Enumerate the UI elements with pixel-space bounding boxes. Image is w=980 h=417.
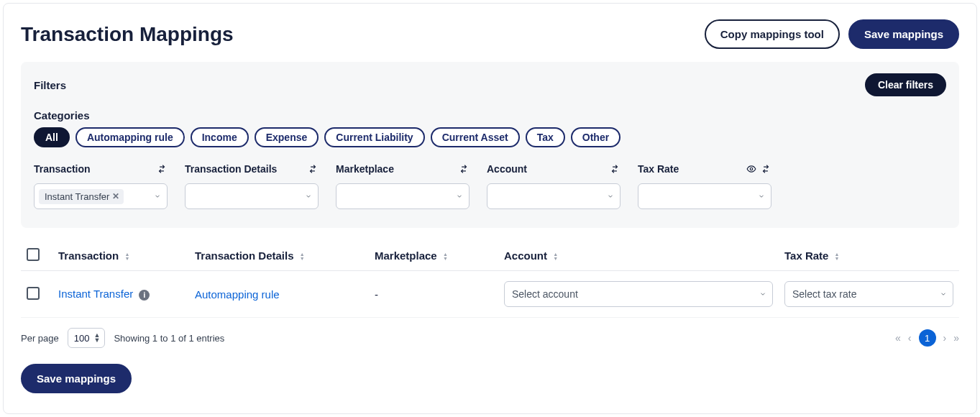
bottom-save-row: Save mappings bbox=[21, 364, 959, 393]
chevron-down-icon bbox=[607, 190, 614, 203]
transaction-details-multiselect[interactable] bbox=[185, 183, 319, 209]
stepper-icon: ▲▼ bbox=[93, 333, 100, 343]
account-multiselect[interactable] bbox=[487, 183, 620, 209]
footer-left: Per page 100 ▲▼ Showing 1 to 1 of 1 entr… bbox=[21, 328, 224, 348]
per-page-value: 100 bbox=[74, 333, 90, 344]
info-icon[interactable]: i bbox=[139, 290, 150, 301]
filter-head-transaction-details: Transaction Details bbox=[185, 160, 319, 178]
th-marketplace-label: Marketplace bbox=[375, 249, 437, 262]
sort-icon: ▲▼ bbox=[124, 252, 129, 261]
filters-panel-header: Filters Clear filters bbox=[34, 73, 946, 96]
chip-other[interactable]: Other bbox=[571, 127, 620, 147]
filter-label-marketplace: Marketplace bbox=[336, 163, 394, 175]
chip-all[interactable]: All bbox=[34, 127, 70, 147]
transaction-multiselect[interactable]: Instant Transfer ✕ bbox=[34, 183, 168, 209]
tax-rate-multiselect[interactable] bbox=[638, 183, 771, 209]
th-marketplace[interactable]: Marketplace ▲▼ bbox=[369, 241, 498, 271]
chip-automapping-rule[interactable]: Automapping rule bbox=[75, 127, 185, 147]
filter-label-account: Account bbox=[487, 163, 527, 175]
sort-icon: ▲▼ bbox=[553, 252, 558, 261]
chevron-down-icon bbox=[758, 190, 765, 203]
filter-head-transaction: Transaction bbox=[34, 160, 168, 178]
th-account[interactable]: Account ▲▼ bbox=[498, 241, 779, 271]
header-row: Transaction Mappings Copy mappings tool … bbox=[21, 19, 959, 49]
chip-current-liability[interactable]: Current Liability bbox=[324, 127, 424, 147]
filter-row: Transaction Instant Transfer ✕ Transacti… bbox=[34, 160, 946, 209]
row-account-select[interactable]: Select account bbox=[504, 281, 773, 307]
swap-icon[interactable] bbox=[307, 163, 319, 175]
filter-head-marketplace: Marketplace bbox=[336, 160, 470, 178]
copy-mappings-tool-button[interactable]: Copy mappings tool bbox=[705, 19, 840, 49]
swap-icon[interactable] bbox=[760, 163, 771, 175]
swap-icon[interactable] bbox=[458, 163, 470, 175]
filter-label-transaction: Transaction bbox=[34, 163, 91, 175]
row-tax-rate-select[interactable]: Select tax rate bbox=[784, 281, 953, 307]
pagination: « ‹ 1 › » bbox=[895, 329, 959, 347]
sort-icon: ▲▼ bbox=[835, 252, 840, 261]
chip-expense[interactable]: Expense bbox=[255, 127, 319, 147]
transaction-filter-tag: Instant Transfer ✕ bbox=[39, 189, 124, 204]
eye-icon[interactable] bbox=[746, 163, 757, 175]
select-all-checkbox[interactable] bbox=[27, 248, 40, 261]
chip-tax[interactable]: Tax bbox=[526, 127, 565, 147]
filters-panel: Filters Clear filters Categories All Aut… bbox=[21, 62, 959, 228]
swap-icon[interactable] bbox=[156, 163, 168, 175]
filters-label: Filters bbox=[34, 79, 66, 91]
pager-first[interactable]: « bbox=[895, 332, 901, 344]
header-actions: Copy mappings tool Save mappings bbox=[705, 19, 959, 49]
save-mappings-button-bottom[interactable]: Save mappings bbox=[21, 364, 132, 393]
save-mappings-button[interactable]: Save mappings bbox=[848, 19, 959, 49]
per-page-select[interactable]: 100 ▲▼ bbox=[68, 328, 106, 348]
row-tax-rate-placeholder: Select tax rate bbox=[792, 288, 857, 300]
sort-icon: ▲▼ bbox=[443, 252, 448, 261]
category-chips: All Automapping rule Income Expense Curr… bbox=[34, 127, 946, 147]
filter-col-tax-rate: Tax Rate bbox=[638, 160, 771, 209]
page-container: Transaction Mappings Copy mappings tool … bbox=[3, 3, 977, 414]
row-transaction-link[interactable]: Instant Transfer bbox=[58, 288, 133, 300]
th-tax-rate[interactable]: Tax Rate ▲▼ bbox=[779, 241, 959, 271]
chevron-down-icon bbox=[154, 190, 161, 203]
th-tax-rate-label: Tax Rate bbox=[784, 249, 828, 262]
swap-icon[interactable] bbox=[609, 163, 620, 175]
filter-label-transaction-details: Transaction Details bbox=[185, 163, 277, 175]
chevron-down-icon bbox=[305, 190, 312, 203]
filter-col-transaction: Transaction Instant Transfer ✕ bbox=[34, 160, 168, 209]
chip-income[interactable]: Income bbox=[191, 127, 249, 147]
chevron-down-icon bbox=[456, 190, 463, 203]
remove-tag-icon[interactable]: ✕ bbox=[112, 191, 119, 201]
filter-col-marketplace: Marketplace bbox=[336, 160, 470, 209]
filter-label-tax-rate: Tax Rate bbox=[638, 163, 679, 175]
mappings-table: Transaction ▲▼ Transaction Details ▲▼ Ma… bbox=[21, 241, 959, 318]
filter-head-tax-rate: Tax Rate bbox=[638, 160, 771, 178]
marketplace-multiselect[interactable] bbox=[336, 183, 470, 209]
chevron-down-icon bbox=[940, 288, 947, 300]
filter-col-transaction-details: Transaction Details bbox=[185, 160, 319, 209]
pager-prev[interactable]: ‹ bbox=[908, 332, 912, 344]
pager-current-page[interactable]: 1 bbox=[919, 329, 936, 347]
sort-icon: ▲▼ bbox=[300, 252, 305, 261]
th-transaction-details-label: Transaction Details bbox=[195, 249, 294, 262]
transaction-filter-tag-label: Instant Transfer bbox=[45, 191, 109, 202]
pager-last[interactable]: » bbox=[953, 332, 959, 344]
th-transaction-label: Transaction bbox=[58, 249, 119, 262]
th-transaction-details[interactable]: Transaction Details ▲▼ bbox=[189, 241, 369, 271]
table-row: Instant Transfer i Automapping rule - Se… bbox=[21, 271, 959, 318]
chip-current-asset[interactable]: Current Asset bbox=[431, 127, 520, 147]
th-transaction[interactable]: Transaction ▲▼ bbox=[52, 241, 189, 271]
row-marketplace-value: - bbox=[375, 288, 378, 301]
mappings-table-area: Transaction ▲▼ Transaction Details ▲▼ Ma… bbox=[21, 241, 959, 393]
clear-filters-button[interactable]: Clear filters bbox=[865, 73, 946, 96]
page-title: Transaction Mappings bbox=[21, 23, 234, 46]
categories-label: Categories bbox=[34, 109, 946, 122]
filter-col-account: Account bbox=[487, 160, 620, 209]
table-footer: Per page 100 ▲▼ Showing 1 to 1 of 1 entr… bbox=[21, 328, 959, 348]
svg-point-0 bbox=[750, 168, 753, 170]
table-header-row: Transaction ▲▼ Transaction Details ▲▼ Ma… bbox=[21, 241, 959, 271]
row-checkbox[interactable] bbox=[27, 287, 40, 300]
showing-text: Showing 1 to 1 of 1 entries bbox=[114, 333, 224, 344]
row-account-placeholder: Select account bbox=[512, 288, 578, 300]
per-page-label: Per page bbox=[21, 333, 59, 344]
pager-next[interactable]: › bbox=[943, 332, 947, 344]
row-transaction-details-link[interactable]: Automapping rule bbox=[195, 288, 280, 301]
filter-head-account: Account bbox=[487, 160, 620, 178]
